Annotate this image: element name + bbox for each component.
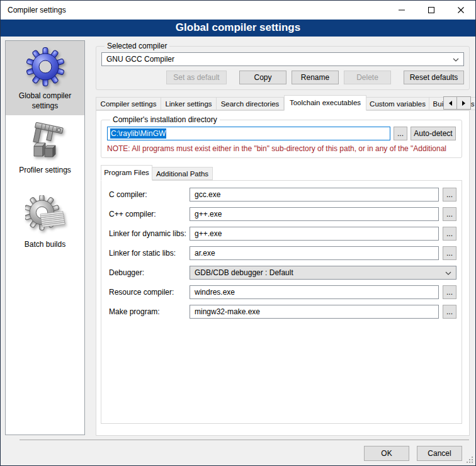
field-row-resource-compiler: Resource compiler: windres.exe ... [109,285,456,299]
tab-custom-variables[interactable]: Custom variables [366,97,429,110]
installation-directory-browse-button[interactable]: ... [394,127,407,140]
sidebar-item-label: Batch builds [22,240,68,250]
auto-detect-button[interactable]: Auto-detect [411,127,456,140]
field-row-dynamic-linker: Linker for dynamic libs: g++.exe ... [109,227,456,241]
field-label: C++ compiler: [109,210,190,219]
field-row-static-linker: Linker for static libs: ar.exe ... [109,246,456,260]
close-button[interactable] [446,1,475,20]
selected-text: C:\raylib\MinGW [110,128,166,139]
chevron-down-icon [453,58,459,62]
maximize-icon [428,7,434,13]
c-compiler-input[interactable]: gcc.exe [190,188,439,202]
delete-button[interactable]: Delete [344,71,391,84]
tab-scroll-buttons [443,96,471,110]
field-label: Make program: [109,307,190,316]
selected-compiler-group: Selected compiler GNU GCC Compiler Set a… [96,42,470,90]
compiler-actions: Set as default Copy Rename Delete Reset … [101,71,464,84]
selected-compiler-legend: Selected compiler [105,42,169,50]
program-files-page: C compiler: gcc.exe ... C++ compiler: g+… [101,180,462,424]
program-files-tabstrip: Program Files Additional Paths [101,164,469,180]
field-row-cpp-compiler: C++ compiler: g++.exe ... [109,207,456,221]
field-row-debugger: Debugger: GDB/CDB debugger : Default [109,266,456,280]
blue-gear-icon [25,47,65,87]
c-compiler-browse-button[interactable]: ... [443,188,456,202]
page-title: Global compiler settings [1,20,475,37]
tab-scroll-right-button[interactable] [457,96,471,110]
toolchain-executables-page: Compiler's installation directory C:\ray… [96,110,470,436]
title-bar: Compiler settings [1,1,475,20]
field-row-make-program: Make program: mingw32-make.exe ... [109,305,456,319]
tab-search-directories[interactable]: Search directories [217,97,284,110]
selected-compiler-dropdown[interactable]: GNU GCC Compiler [101,52,464,66]
installation-directory-legend: Compiler's installation directory [110,115,220,124]
cancel-button[interactable]: Cancel [417,446,462,461]
static-linker-browse-button[interactable]: ... [443,246,456,260]
footer-divider [20,440,469,440]
tab-compiler-settings[interactable]: Compiler settings [96,97,161,110]
resource-compiler-browse-button[interactable]: ... [443,285,456,299]
dynamic-linker-browse-button[interactable]: ... [443,227,456,241]
sidebar-item-label: Profiler settings [16,166,74,176]
settings-tabstrip: Compiler settings Linker settings Search… [96,94,470,110]
field-label: C compiler: [109,190,190,199]
copy-button[interactable]: Copy [239,71,286,84]
debugger-value: GDB/CDB debugger : Default [195,268,293,277]
resource-compiler-input[interactable]: windres.exe [190,285,439,299]
field-row-c-compiler: C compiler: gcc.exe ... [109,188,456,202]
sidebar-item-batch-builds[interactable]: Batch builds [6,190,84,264]
installation-directory-group: Compiler's installation directory C:\ray… [101,115,462,158]
field-label: Linker for dynamic libs: [109,229,190,238]
installation-note: NOTE: All programs must exist either in … [107,144,456,153]
make-program-browse-button[interactable]: ... [443,305,456,319]
tab-scroll-left-button[interactable] [443,96,457,110]
tab-program-files[interactable]: Program Files [101,165,152,181]
dynamic-linker-input[interactable]: g++.exe [190,227,439,241]
field-label: Linker for static libs: [109,249,190,258]
compiler-settings-window: Compiler settings Global compiler settin… [0,0,476,466]
cpp-compiler-input[interactable]: g++.exe [190,207,439,221]
set-as-default-button[interactable]: Set as default [166,71,227,84]
sidebar-item-label: Global compiler settings [6,91,84,111]
minimize-icon [399,7,405,13]
rename-button[interactable]: Rename [292,71,339,84]
caliper-icon [25,121,65,161]
reset-defaults-button[interactable]: Reset defaults [404,71,464,84]
tab-additional-paths[interactable]: Additional Paths [152,167,213,180]
static-linker-input[interactable]: ar.exe [190,246,439,260]
make-program-input[interactable]: mingw32-make.exe [190,305,439,319]
resize-grip[interactable] [467,457,473,463]
tab-linker-settings[interactable]: Linker settings [161,97,217,110]
installation-directory-input[interactable]: C:\raylib\MinGW [107,127,390,140]
cpp-compiler-browse-button[interactable]: ... [443,207,456,221]
right-arrow-icon [462,101,465,106]
sidebar-item-profiler-settings[interactable]: Profiler settings [6,115,84,190]
selected-compiler-value: GNU GCC Compiler [106,55,174,64]
gray-gear-stack-icon [25,195,65,236]
debugger-dropdown[interactable]: GDB/CDB debugger : Default [190,266,456,280]
field-label: Resource compiler: [109,288,190,297]
chevron-down-icon [445,271,451,275]
left-arrow-icon [449,101,452,106]
field-label: Debugger: [109,268,190,277]
window-title: Compiler settings [1,6,387,14]
minimize-button[interactable] [387,1,416,20]
settings-category-list: Global compiler settings [5,40,85,435]
sidebar-item-global-compiler-settings[interactable]: Global compiler settings [6,41,84,115]
ok-button[interactable]: OK [364,446,409,461]
caption-buttons [387,1,475,20]
maximize-button[interactable] [416,1,446,20]
dialog-footer: OK Cancel [1,440,475,465]
tab-toolchain-executables[interactable]: Toolchain executables [284,95,366,111]
close-icon [458,7,464,13]
